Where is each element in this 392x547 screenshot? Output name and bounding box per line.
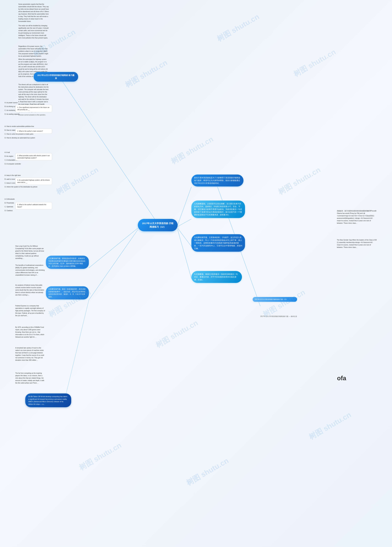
q2-option-a: A. How to render automobiles pollution-f…: [5, 126, 34, 127]
bottom-text-7: The far from competing as the inspiring …: [15, 372, 45, 384]
q5-option-b: B. Pessimistic: [5, 202, 14, 204]
link-label: 2017年12月大学英语四级仔细阅读练习题 — 推来文选: [260, 315, 297, 317]
bottom-text-2: The benefits of multinational corporatio…: [15, 264, 45, 276]
title-box: 2017年12月大学英语四级仔细阅读 练习题库: [34, 72, 78, 82]
ofa-text: ofa: [337, 375, 346, 382]
q4-option-d: D. Inform the system of his destination …: [5, 186, 37, 188]
q1-option-a: A. its power source: [5, 102, 18, 103]
q4-option-a: A. keep in the right lane: [5, 175, 21, 176]
q3-option-a: A. A rail: [5, 151, 10, 153]
tech-node-64bit: 64-Bit Takes Off 64-bit desktop computin…: [25, 393, 71, 407]
svg-line-1: [178, 187, 191, 225]
question-4-node: 4. An automated highway system, all the …: [15, 178, 52, 185]
right-explain-5-node: 5.[C]推断题。根据文2段和最后一段的特别联最后一句内文，看看出作者，对于汽车…: [191, 271, 242, 283]
bottom-text-3: An analysis of federal money that public…: [15, 284, 45, 296]
bottom-text-6: A remarked tale variety of much to the n…: [15, 347, 45, 362]
svg-line-5: [89, 228, 138, 268]
svg-line-4: [178, 230, 191, 279]
right-explain-3-node: 3.[A]事实细节题。文章第4段第1、2句细节，这父车进入高速公路板后，车上一只…: [191, 234, 245, 252]
q2-option-d: D. How to develop an automated bus syste…: [5, 137, 35, 139]
text-block-1: Some pessimistic experts feel that the a…: [18, 3, 49, 23]
bottom-right-node: 2017年12月大学英语四级仔细阅读练习题（12）: [253, 297, 297, 302]
mid-left-explain-4-node: 4.[D]事实细节题。最后一段是相提到时，因为消息目标收到效果中，，也此为此，所…: [46, 286, 89, 300]
q5-option-c: C. Optimistic: [5, 206, 13, 208]
question-1-node: 1. One significant improvement in the fu…: [15, 105, 52, 112]
bottom-text-1: How Long Could You Go Without Complainin…: [15, 245, 45, 260]
q5-option-d: D. Cautious: [5, 210, 13, 212]
choose-label: Choose correct answers to the question.: [18, 114, 46, 116]
svg-line-2: [178, 219, 191, 226]
right-explain-1-node: 1.[A]推断题组。从第2段可以找出推断，没主要示未来汽车的变化方向。选择第2、…: [191, 201, 245, 218]
svg-line-8: [64, 300, 89, 401]
text-block-3: Regardless of its power source, the auto…: [18, 45, 49, 57]
q3-option-d: D. A computer controller: [5, 163, 21, 165]
q5-option-a: A. Enthusiastic: [5, 198, 15, 200]
question-5-node: 5. What is the author's attitude towards…: [15, 202, 52, 209]
right-intro-node: 新东方英年英四级组是为了大家整理了英语四级仔细阅读练习题库，希望可以为大家带来帮…: [191, 175, 243, 186]
svg-line-0: [61, 80, 158, 224]
far-right-text-1: 四级提词：新乃马那利克里里里里里推通把理解39Precedit Obama ha…: [337, 210, 377, 225]
bottom-text-5: By 1970, according to this of Wildlife F…: [15, 326, 45, 338]
mind-map: 树图 shutu.cn 树图 shutu.cn 树图 shutu.cn 树图 s…: [0, 0, 392, 547]
far-right-text-2: The New Gender Gap When the leaders of t…: [337, 239, 377, 249]
svg-line-6: [89, 230, 138, 300]
central-node: 2017年12月大学英语四级 仔细阅读练习（12）: [138, 219, 178, 231]
q3-option-b: B. An engine: [5, 155, 13, 157]
bottom-text-4: Federal Express is a company that specia…: [15, 305, 45, 317]
question-2-node: 2. What is the author's main concern?: [15, 129, 52, 134]
text-block-2: The motor car will be doubted by changin…: [18, 25, 49, 39]
mid-left-explain-2-node: 2.[C]事实细节题。第5段是由空对轨管，未来的汽车的将在各种城市交通端的主要问…: [46, 256, 89, 269]
q1-option-d: D. its seating capacity: [5, 113, 20, 115]
question-3-node: 3. What provides autos with electric pow…: [15, 153, 52, 160]
